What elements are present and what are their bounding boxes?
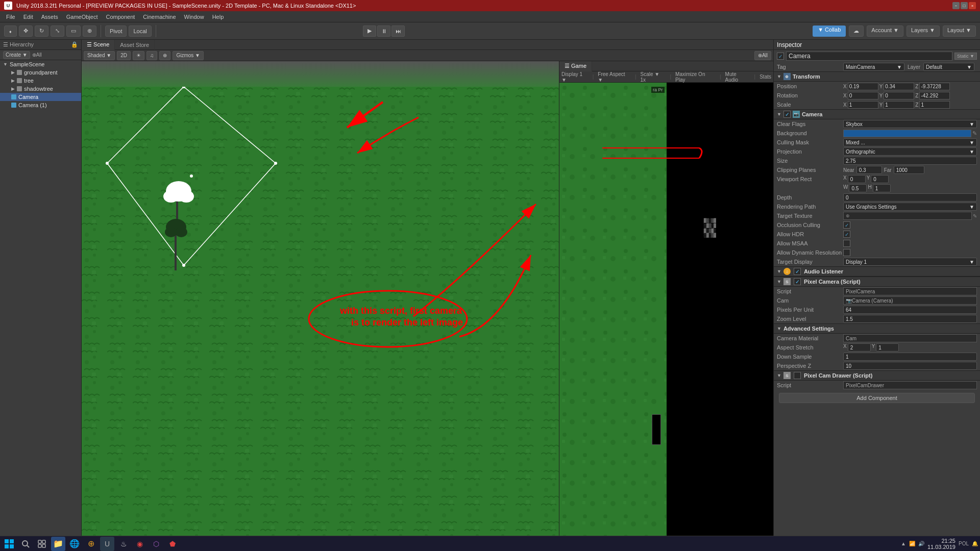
volume-icon[interactable]: 🔊	[918, 541, 924, 546]
near-input[interactable]	[856, 166, 882, 174]
hierarchy-create-button[interactable]: Create ▼	[3, 51, 30, 59]
cloud-button[interactable]: ☁	[849, 26, 864, 37]
object-enabled-checkbox[interactable]	[777, 53, 784, 60]
pos-x-input[interactable]	[848, 83, 878, 90]
target-texture-field[interactable]: ⊕	[843, 212, 972, 220]
task-view-button[interactable]	[35, 537, 49, 551]
pivot-button[interactable]: Pivot	[105, 26, 127, 37]
layout-button[interactable]: Layout ▼	[943, 26, 976, 37]
hierarchy-item-camera1[interactable]: Camera (1)	[0, 101, 81, 109]
viewport-h-input[interactable]	[873, 184, 891, 192]
rect-tool[interactable]: ▭	[66, 26, 81, 37]
menu-edit[interactable]: Edit	[19, 13, 37, 21]
cam-field[interactable]: 📷 Camera (Camera)	[843, 296, 977, 305]
scale-y-input[interactable]	[884, 101, 914, 109]
menu-window[interactable]: Window	[180, 13, 208, 21]
step-button[interactable]: ⏭	[391, 26, 405, 37]
hierarchy-lock-icon[interactable]: 🔒	[71, 41, 78, 48]
app3-button[interactable]: ⊕	[84, 537, 98, 551]
target-display-dropdown[interactable]: Display 1 ▼	[843, 258, 977, 266]
hierarchy-search[interactable]: ⊕All	[32, 52, 42, 58]
scene-view[interactable]	[82, 61, 559, 536]
lighting-button[interactable]: ☀	[133, 51, 144, 60]
clock-display[interactable]: 21:25 11.03.2019	[927, 538, 955, 550]
section-expand-arrow[interactable]: ▼	[777, 112, 781, 117]
play-button[interactable]: ▶	[363, 26, 376, 37]
allow-dynamic-res-checkbox[interactable]	[843, 249, 850, 256]
mute-toggle[interactable]: Mute Audio	[725, 71, 750, 83]
start-button[interactable]	[2, 537, 16, 551]
hierarchy-item-shadowtree[interactable]: ▶ shadowtree	[0, 85, 81, 93]
far-input[interactable]	[894, 166, 924, 174]
pixel-cam-drawer-enabled-checkbox[interactable]	[794, 372, 801, 379]
minimize-button[interactable]: −	[952, 2, 960, 9]
menu-component[interactable]: Component	[102, 13, 139, 21]
size-input[interactable]	[843, 157, 977, 165]
rot-x-input[interactable]	[848, 92, 878, 99]
rot-y-input[interactable]	[884, 92, 914, 99]
layer-dropdown[interactable]: Default ▼	[923, 63, 974, 71]
layers-button[interactable]: Layers ▼	[906, 26, 940, 37]
pixel-cam-enabled-checkbox[interactable]	[794, 278, 801, 285]
gizmos-button[interactable]: Gizmos ▼	[173, 51, 204, 60]
tab-asset-store[interactable]: Asset Store	[115, 40, 155, 50]
tag-dropdown[interactable]: MainCamera ▼	[843, 63, 904, 71]
transform-tool[interactable]: ⬧	[4, 26, 17, 37]
scale-z-input[interactable]	[919, 101, 950, 109]
stats-button[interactable]: Stats	[760, 74, 771, 80]
section-expand-arrow[interactable]: ▼	[777, 74, 781, 79]
aspect-y-input[interactable]	[876, 343, 899, 352]
culling-mask-dropdown[interactable]: Mixed ... ▼	[843, 138, 977, 146]
audio-button[interactable]: ♫	[146, 51, 158, 60]
allow-msaa-checkbox[interactable]	[843, 240, 850, 247]
maximize-toggle[interactable]: Maximize On Play	[675, 71, 716, 83]
app7-button[interactable]: ⬟	[165, 537, 180, 551]
shading-dropdown[interactable]: Shaded ▼	[84, 51, 115, 60]
viewport-w-input[interactable]	[849, 184, 867, 192]
aspect-dropdown[interactable]: Free Aspect ▼	[598, 71, 631, 83]
hierarchy-item-tree[interactable]: ▶ tree	[0, 77, 81, 85]
rendering-path-dropdown[interactable]: Use Graphics Settings ▼	[843, 203, 977, 211]
hierarchy-item-camera[interactable]: Camera	[0, 93, 81, 101]
scale-control[interactable]: Scale ▼ 1x	[641, 71, 666, 83]
scale-tool[interactable]: ⤡	[51, 26, 64, 37]
pause-button[interactable]: ⏸	[377, 26, 390, 37]
collab-button[interactable]: ▼ Collab	[813, 26, 846, 37]
steam-button[interactable]: ♨	[116, 537, 131, 551]
rot-z-input[interactable]	[919, 92, 950, 99]
pixel-cam-drawer-script-field[interactable]: PixelCamDrawer	[843, 381, 977, 389]
viewport-x-input[interactable]	[848, 175, 866, 183]
pos-z-input[interactable]	[919, 83, 950, 90]
pixel-cam-script-field[interactable]: PixelCamera	[843, 287, 977, 295]
menu-gameobject[interactable]: GameObject	[62, 13, 102, 21]
aspect-x-input[interactable]	[848, 343, 871, 352]
file-explorer-button[interactable]: 📁	[51, 537, 65, 551]
2d-button[interactable]: 2D	[117, 51, 131, 60]
rotate-tool[interactable]: ↻	[35, 26, 48, 37]
perspective-z-input[interactable]	[843, 362, 977, 370]
pixels-per-unit-input[interactable]	[843, 306, 977, 314]
app5-button[interactable]: ◉	[133, 537, 147, 551]
tab-game[interactable]: ☰ Game	[559, 61, 592, 71]
menu-file[interactable]: File	[2, 13, 19, 21]
menu-cinemachine[interactable]: Cinemachine	[139, 13, 180, 21]
scale-x-input[interactable]	[848, 101, 878, 109]
audio-enabled-checkbox[interactable]	[794, 268, 801, 275]
target-texture-edit-icon[interactable]: ✎	[973, 213, 977, 219]
display-dropdown[interactable]: Display 1 ▼	[561, 71, 589, 83]
depth-input[interactable]	[843, 193, 977, 202]
zoom-level-input[interactable]	[843, 315, 977, 323]
search-button[interactable]	[18, 537, 33, 551]
scene-search[interactable]: ⊕All	[754, 51, 771, 60]
camera-enabled-checkbox[interactable]	[783, 111, 791, 118]
object-name-input[interactable]	[786, 52, 952, 61]
section-expand-arrow[interactable]: ▼	[777, 269, 781, 274]
down-sample-input[interactable]	[843, 353, 977, 361]
menu-help[interactable]: Help	[208, 13, 228, 21]
section-expand-arrow[interactable]: ▼	[777, 326, 781, 331]
unity-taskbar-button[interactable]: U	[100, 537, 114, 551]
camera-material-field[interactable]: Cam	[843, 334, 977, 342]
viewport-y-input[interactable]	[871, 175, 889, 183]
background-edit-icon[interactable]: ✎	[972, 130, 977, 137]
menu-assets[interactable]: Assets	[37, 13, 62, 21]
